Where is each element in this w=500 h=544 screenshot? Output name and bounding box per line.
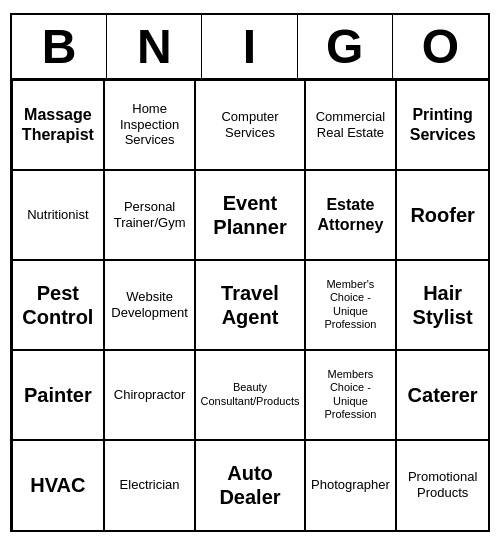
- cell-text-20: HVAC: [30, 473, 85, 497]
- bingo-card: BNIGO MassageTherapistHomeInspectionServ…: [10, 13, 490, 532]
- bingo-cell-0: MassageTherapist: [12, 80, 104, 170]
- bingo-cell-15: Painter: [12, 350, 104, 440]
- cell-text-22: AutoDealer: [219, 461, 280, 509]
- bingo-cell-17: BeautyConsultant/Products: [195, 350, 304, 440]
- cell-text-0: MassageTherapist: [22, 105, 94, 143]
- bingo-cell-18: MembersChoice -UniqueProfession: [305, 350, 397, 440]
- bingo-letter-g: G: [298, 15, 393, 78]
- cell-text-18: MembersChoice -UniqueProfession: [324, 368, 376, 421]
- bingo-cell-1: HomeInspectionServices: [104, 80, 196, 170]
- cell-text-15: Painter: [24, 383, 92, 407]
- cell-text-1: HomeInspectionServices: [120, 101, 179, 148]
- bingo-letter-b: B: [12, 15, 107, 78]
- bingo-cell-11: WebsiteDevelopment: [104, 260, 196, 350]
- bingo-cell-12: TravelAgent: [195, 260, 304, 350]
- bingo-cell-4: PrintingServices: [396, 80, 488, 170]
- bingo-cell-14: HairStylist: [396, 260, 488, 350]
- cell-text-24: PromotionalProducts: [408, 469, 477, 500]
- bingo-cell-7: EventPlanner: [195, 170, 304, 260]
- bingo-cell-22: AutoDealer: [195, 440, 304, 530]
- cell-text-8: EstateAttorney: [318, 195, 384, 233]
- cell-text-17: BeautyConsultant/Products: [200, 381, 299, 407]
- cell-text-5: Nutritionist: [27, 207, 88, 223]
- bingo-cell-23: Photographer: [305, 440, 397, 530]
- cell-text-9: Roofer: [410, 203, 474, 227]
- bingo-cell-5: Nutritionist: [12, 170, 104, 260]
- bingo-cell-10: PestControl: [12, 260, 104, 350]
- bingo-cell-2: ComputerServices: [195, 80, 304, 170]
- bingo-letter-n: N: [107, 15, 202, 78]
- cell-text-11: WebsiteDevelopment: [111, 289, 188, 320]
- cell-text-10: PestControl: [22, 281, 93, 329]
- cell-text-19: Caterer: [408, 383, 478, 407]
- bingo-cell-20: HVAC: [12, 440, 104, 530]
- cell-text-21: Electrician: [120, 477, 180, 493]
- bingo-cell-24: PromotionalProducts: [396, 440, 488, 530]
- cell-text-3: CommercialReal Estate: [316, 109, 385, 140]
- cell-text-16: Chiropractor: [114, 387, 186, 403]
- cell-text-4: PrintingServices: [410, 105, 476, 143]
- cell-text-13: Member'sChoice -UniqueProfession: [324, 278, 376, 331]
- cell-text-6: PersonalTrainer/Gym: [114, 199, 186, 230]
- bingo-letter-o: O: [393, 15, 488, 78]
- bingo-cell-16: Chiropractor: [104, 350, 196, 440]
- bingo-cell-21: Electrician: [104, 440, 196, 530]
- bingo-letter-i: I: [202, 15, 297, 78]
- cell-text-14: HairStylist: [413, 281, 473, 329]
- bingo-cell-9: Roofer: [396, 170, 488, 260]
- bingo-cell-3: CommercialReal Estate: [305, 80, 397, 170]
- cell-text-23: Photographer: [311, 477, 390, 493]
- cell-text-12: TravelAgent: [221, 281, 279, 329]
- cell-text-2: ComputerServices: [221, 109, 278, 140]
- bingo-cell-19: Caterer: [396, 350, 488, 440]
- bingo-cell-6: PersonalTrainer/Gym: [104, 170, 196, 260]
- bingo-grid: MassageTherapistHomeInspectionServicesCo…: [12, 80, 488, 530]
- cell-text-7: EventPlanner: [213, 191, 286, 239]
- bingo-cell-13: Member'sChoice -UniqueProfession: [305, 260, 397, 350]
- bingo-header: BNIGO: [12, 15, 488, 80]
- bingo-cell-8: EstateAttorney: [305, 170, 397, 260]
